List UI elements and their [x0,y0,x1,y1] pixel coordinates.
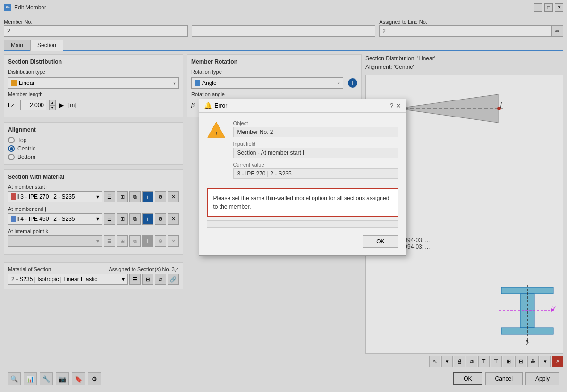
input-field-group: Input field Section - At member start i [233,141,398,158]
error-message-box: Please set the same thin-walled model op… [207,188,398,217]
dialog-title-bar: 🔔 Error ? ✕ [199,99,406,113]
current-value-group: Current value 3 - IPE 270 | 2 - S235 [233,162,398,179]
dialog-ok-row: OK [199,232,406,255]
dialog-error-icon: 🔔 [204,102,212,109]
warning-icon: ! [207,120,226,139]
dialog-ok-button[interactable]: OK [363,235,398,248]
input-field-label: Input field [233,141,398,147]
dialog-progress-bar [207,220,398,228]
error-dialog: 🔔 Error ? ✕ ! O [199,99,406,256]
error-message-text: Please set the same thin-walled model op… [213,195,389,210]
object-label: Object [233,120,398,126]
error-dialog-overlay: 🔔 Error ? ✕ ! O [0,0,567,392]
current-value-label: Current value [233,162,398,167]
object-field: Object Member No. 2 [233,120,398,137]
input-field-value: Section - At member start i [233,148,398,158]
dialog-fields: Object Member No. 2 Input field Section … [233,120,398,183]
dialog-title-text: Error [215,102,228,109]
dialog-help-button[interactable]: ? [390,102,394,109]
dialog-body: ! Object Member No. 2 Input field Sectio… [199,113,406,232]
object-value: Member No. 2 [233,127,398,137]
current-value-text: 3 - IPE 270 | 2 - S235 [233,168,398,179]
svg-text:!: ! [215,131,217,136]
dialog-close-button[interactable]: ✕ [396,102,401,109]
